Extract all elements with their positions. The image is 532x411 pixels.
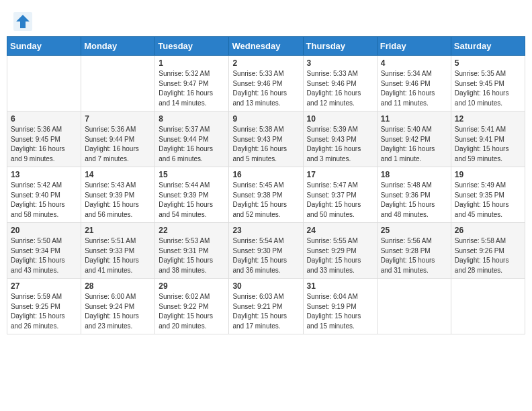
day-info: Sunrise: 5:53 AMSunset: 9:31 PMDaylight:… <box>159 237 213 274</box>
day-info: Sunrise: 5:45 AMSunset: 9:38 PMDaylight:… <box>232 181 287 218</box>
calendar-day-cell: 5 Sunrise: 5:35 AMSunset: 9:45 PMDayligh… <box>451 56 525 111</box>
day-number: 15 <box>159 170 225 179</box>
day-info: Sunrise: 5:48 AMSunset: 9:36 PMDaylight:… <box>381 181 435 218</box>
calendar-day-cell: 11 Sunrise: 5:40 AMSunset: 9:42 PMDaylig… <box>377 111 451 167</box>
calendar-day-cell: 14 Sunrise: 5:43 AMSunset: 9:39 PMDaylig… <box>81 167 155 223</box>
day-of-week-header: Friday <box>377 37 451 56</box>
calendar-day-cell: 4 Sunrise: 5:34 AMSunset: 9:46 PMDayligh… <box>377 56 451 111</box>
day-info: Sunrise: 5:51 AMSunset: 9:33 PMDaylight:… <box>85 237 139 274</box>
day-info: Sunrise: 5:54 AMSunset: 9:30 PMDaylight:… <box>232 237 287 274</box>
day-number: 4 <box>381 58 447 68</box>
calendar-day-cell: 26 Sunrise: 5:58 AMSunset: 9:26 PMDaylig… <box>451 223 525 279</box>
day-number: 13 <box>11 170 77 179</box>
day-number: 2 <box>232 58 299 68</box>
calendar-day-cell: 10 Sunrise: 5:39 AMSunset: 9:43 PMDaylig… <box>303 111 377 167</box>
day-number: 3 <box>307 58 373 68</box>
day-of-week-header: Saturday <box>451 37 525 56</box>
day-number: 1 <box>159 58 225 68</box>
calendar-day-cell: 20 Sunrise: 5:50 AMSunset: 9:34 PMDaylig… <box>7 223 81 279</box>
day-info: Sunrise: 5:38 AMSunset: 9:43 PMDaylight:… <box>232 126 287 163</box>
day-of-week-header: Wednesday <box>229 37 303 56</box>
day-info: Sunrise: 5:35 AMSunset: 9:45 PMDaylight:… <box>455 70 509 107</box>
day-info: Sunrise: 6:03 AMSunset: 9:21 PMDaylight:… <box>232 293 287 330</box>
calendar-day-cell: 3 Sunrise: 5:33 AMSunset: 9:46 PMDayligh… <box>303 56 377 111</box>
day-info: Sunrise: 5:44 AMSunset: 9:39 PMDaylight:… <box>159 181 213 218</box>
day-info: Sunrise: 6:00 AMSunset: 9:24 PMDaylight:… <box>85 293 139 330</box>
calendar-day-cell: 6 Sunrise: 5:36 AMSunset: 9:45 PMDayligh… <box>7 111 81 167</box>
calendar-day-cell: 16 Sunrise: 5:45 AMSunset: 9:38 PMDaylig… <box>229 167 303 223</box>
day-info: Sunrise: 5:36 AMSunset: 9:45 PMDaylight:… <box>11 126 65 163</box>
calendar-day-cell: 29 Sunrise: 6:02 AMSunset: 9:22 PMDaylig… <box>155 279 229 334</box>
day-info: Sunrise: 5:36 AMSunset: 9:44 PMDaylight:… <box>85 126 139 163</box>
calendar-day-cell: 2 Sunrise: 5:33 AMSunset: 9:46 PMDayligh… <box>229 56 303 111</box>
page-header <box>7 7 525 36</box>
day-number: 14 <box>85 170 151 179</box>
day-number: 5 <box>455 58 521 68</box>
calendar-day-cell: 22 Sunrise: 5:53 AMSunset: 9:31 PMDaylig… <box>155 223 229 279</box>
day-info: Sunrise: 5:50 AMSunset: 9:34 PMDaylight:… <box>11 237 65 274</box>
calendar-day-cell: 23 Sunrise: 5:54 AMSunset: 9:30 PMDaylig… <box>229 223 303 279</box>
calendar-week-row: 6 Sunrise: 5:36 AMSunset: 9:45 PMDayligh… <box>7 111 525 167</box>
day-number: 31 <box>307 281 373 291</box>
calendar-day-cell <box>451 279 525 334</box>
day-number: 6 <box>11 114 77 124</box>
day-number: 11 <box>381 114 447 124</box>
calendar-day-cell: 18 Sunrise: 5:48 AMSunset: 9:36 PMDaylig… <box>377 167 451 223</box>
calendar-day-cell: 7 Sunrise: 5:36 AMSunset: 9:44 PMDayligh… <box>81 111 155 167</box>
logo-icon <box>13 12 32 31</box>
day-info: Sunrise: 5:32 AMSunset: 9:47 PMDaylight:… <box>159 70 213 107</box>
calendar-day-cell <box>7 56 81 111</box>
day-info: Sunrise: 5:47 AMSunset: 9:37 PMDaylight:… <box>307 181 361 218</box>
day-number: 30 <box>232 281 299 291</box>
calendar-day-cell: 21 Sunrise: 5:51 AMSunset: 9:33 PMDaylig… <box>81 223 155 279</box>
day-number: 21 <box>85 226 151 235</box>
day-info: Sunrise: 5:33 AMSunset: 9:46 PMDaylight:… <box>232 70 287 107</box>
day-number: 17 <box>307 170 373 179</box>
calendar-day-cell: 9 Sunrise: 5:38 AMSunset: 9:43 PMDayligh… <box>229 111 303 167</box>
day-number: 20 <box>11 226 77 235</box>
day-info: Sunrise: 5:55 AMSunset: 9:29 PMDaylight:… <box>307 237 361 274</box>
day-of-week-header: Monday <box>81 37 155 56</box>
calendar-day-cell: 13 Sunrise: 5:42 AMSunset: 9:40 PMDaylig… <box>7 167 81 223</box>
day-info: Sunrise: 6:02 AMSunset: 9:22 PMDaylight:… <box>159 293 213 330</box>
day-info: Sunrise: 5:49 AMSunset: 9:35 PMDaylight:… <box>455 181 509 218</box>
calendar-day-cell: 12 Sunrise: 5:41 AMSunset: 9:41 PMDaylig… <box>451 111 525 167</box>
calendar-header-row: SundayMondayTuesdayWednesdayThursdayFrid… <box>7 37 525 56</box>
calendar-day-cell: 31 Sunrise: 6:04 AMSunset: 9:19 PMDaylig… <box>303 279 377 334</box>
calendar-day-cell: 1 Sunrise: 5:32 AMSunset: 9:47 PMDayligh… <box>155 56 229 111</box>
calendar-day-cell: 15 Sunrise: 5:44 AMSunset: 9:39 PMDaylig… <box>155 167 229 223</box>
day-number: 12 <box>455 114 521 124</box>
calendar-day-cell <box>377 279 451 334</box>
calendar-day-cell: 25 Sunrise: 5:56 AMSunset: 9:28 PMDaylig… <box>377 223 451 279</box>
day-number: 8 <box>159 114 225 124</box>
day-number: 26 <box>455 226 521 235</box>
day-number: 22 <box>159 226 225 235</box>
calendar-day-cell: 27 Sunrise: 5:59 AMSunset: 9:25 PMDaylig… <box>7 279 81 334</box>
day-number: 19 <box>455 170 521 179</box>
calendar-week-row: 27 Sunrise: 5:59 AMSunset: 9:25 PMDaylig… <box>7 279 525 334</box>
day-number: 7 <box>85 114 151 124</box>
calendar-week-row: 13 Sunrise: 5:42 AMSunset: 9:40 PMDaylig… <box>7 167 525 223</box>
day-number: 24 <box>307 226 373 235</box>
calendar-day-cell: 19 Sunrise: 5:49 AMSunset: 9:35 PMDaylig… <box>451 167 525 223</box>
calendar-day-cell <box>81 56 155 111</box>
calendar-day-cell: 8 Sunrise: 5:37 AMSunset: 9:44 PMDayligh… <box>155 111 229 167</box>
day-number: 23 <box>232 226 299 235</box>
day-number: 28 <box>85 281 151 291</box>
calendar-day-cell: 28 Sunrise: 6:00 AMSunset: 9:24 PMDaylig… <box>81 279 155 334</box>
day-of-week-header: Thursday <box>303 37 377 56</box>
day-info: Sunrise: 5:58 AMSunset: 9:26 PMDaylight:… <box>455 237 509 274</box>
day-info: Sunrise: 5:43 AMSunset: 9:39 PMDaylight:… <box>85 181 139 218</box>
day-info: Sunrise: 5:41 AMSunset: 9:41 PMDaylight:… <box>455 126 509 163</box>
calendar-week-row: 1 Sunrise: 5:32 AMSunset: 9:47 PMDayligh… <box>7 56 525 111</box>
day-info: Sunrise: 6:04 AMSunset: 9:19 PMDaylight:… <box>307 293 361 330</box>
day-of-week-header: Sunday <box>7 37 81 56</box>
day-number: 25 <box>381 226 447 235</box>
day-number: 29 <box>159 281 225 291</box>
calendar-day-cell: 24 Sunrise: 5:55 AMSunset: 9:29 PMDaylig… <box>303 223 377 279</box>
day-number: 9 <box>232 114 299 124</box>
day-info: Sunrise: 5:42 AMSunset: 9:40 PMDaylight:… <box>11 181 65 218</box>
day-of-week-header: Tuesday <box>155 37 229 56</box>
calendar-day-cell: 30 Sunrise: 6:03 AMSunset: 9:21 PMDaylig… <box>229 279 303 334</box>
calendar-day-cell: 17 Sunrise: 5:47 AMSunset: 9:37 PMDaylig… <box>303 167 377 223</box>
